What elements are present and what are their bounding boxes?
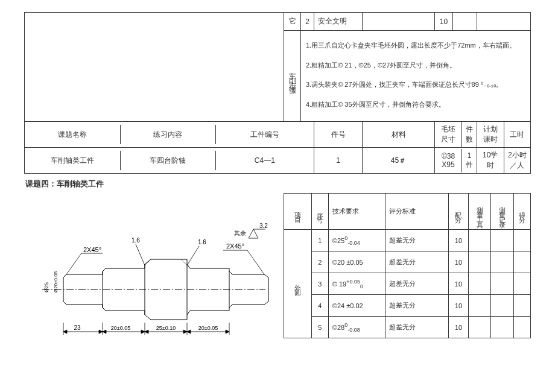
hdr-rec: 测量记录 xyxy=(491,194,514,230)
dia-l2: Ø20±0.05 xyxy=(53,271,59,293)
v-partno: C4—1 xyxy=(215,151,314,170)
r1-seq: 1 xyxy=(311,230,328,251)
req-row-3: 3 © 19+0.050 超差无分 10 xyxy=(284,273,531,295)
r3-std: 超差无分 xyxy=(385,273,448,295)
r4-score: 10 xyxy=(449,295,469,317)
fillet2-label: 1.6 xyxy=(198,239,206,245)
hdr-tool: 测量工具 xyxy=(468,194,491,230)
col-std xyxy=(363,13,435,31)
v-item: 1 xyxy=(314,148,363,174)
ra-value: 3.2 xyxy=(259,223,268,229)
hdr-score: 配分 xyxy=(449,194,469,230)
col-seq: 2 xyxy=(301,13,314,31)
col-req: 安全文明 xyxy=(314,13,363,31)
col-tool xyxy=(453,13,477,31)
h-work: 工时 xyxy=(504,122,530,147)
v-plan: 10学时 xyxy=(477,148,504,173)
col-rec xyxy=(477,13,531,31)
hdr-proj: 项目 xyxy=(284,194,312,230)
v-qty: 1件 xyxy=(462,149,477,172)
r3-seq: 3 xyxy=(311,273,328,295)
dim-b2: 20±0.05 xyxy=(111,325,130,331)
h-practice: 练习内容 xyxy=(120,125,215,144)
svg-line-13 xyxy=(136,244,145,265)
req-row-2: 2 ©20 ±0.05 超差无分 10 xyxy=(284,251,531,273)
hdr-seq: 序号 xyxy=(311,194,328,230)
h-topic: 课题名称 xyxy=(25,125,120,144)
r5-score: 10 xyxy=(449,317,469,338)
h-partno: 工件编号 xyxy=(215,125,314,144)
step-3: 3.调头装夹© 27外圆处，找正夹牢，车端面保证总长尺寸89 ⁰₋₀.₁₀。 xyxy=(306,76,525,93)
dia-left: Ø25 xyxy=(43,282,49,292)
req-row-5: 5 ©280-0.08 超差无分 10 xyxy=(284,317,531,338)
r1-tool xyxy=(468,230,491,251)
hdr-tech: 技术要求 xyxy=(328,194,385,230)
group-outer-circle: 外圆 xyxy=(284,230,312,338)
h-plan: 计划课时 xyxy=(477,122,504,147)
req-row-1: 外圆 1 ©250-0.04 超差无分 10 xyxy=(284,230,531,251)
fillet1-label: 1.6 xyxy=(132,237,140,244)
hdr-std: 评分标准 xyxy=(385,194,448,230)
v-work: 2小时／人 xyxy=(504,148,530,173)
chamfer-left-label: 2X45° xyxy=(83,246,101,253)
h-blank: 毛坯尺寸 xyxy=(435,122,462,147)
step-1: 1.用三爪自定心卡盘夹牢毛坯外圆，露出长度不少于72mm，车右端面。 xyxy=(306,37,525,54)
svg-line-7 xyxy=(145,259,151,265)
r4-tech: ©24 ±0.02 xyxy=(328,295,385,317)
r5-seq: 5 xyxy=(311,317,328,338)
r4-seq: 4 xyxy=(311,295,328,317)
col-score: 10 xyxy=(435,13,453,31)
v-practice: 车四台阶轴 xyxy=(120,151,215,170)
technical-drawing: 2X45° 2X45° 1.6 1.6 3.2 其余 23 20±0.05 25… xyxy=(24,193,284,338)
r3-score: 10 xyxy=(449,273,469,295)
h-item: 件号 xyxy=(314,122,363,148)
requirements-table: 项目 序号 技术要求 评分标准 配分 测量工具 测量记录 得分 外圆 1 ©25… xyxy=(284,193,531,338)
r3-tech: © 19+0.050 xyxy=(328,273,385,295)
r1-rec xyxy=(491,230,514,251)
top-table: 它 2 安全文明 10 车削步骤 1.用三爪自定心卡盘夹牢毛坯外圆，露出长度不少… xyxy=(24,12,531,174)
v-blank: ©38 X95 xyxy=(435,149,462,172)
steps-label: 车削步骤 xyxy=(284,31,301,122)
ra-label: 其余 xyxy=(234,230,246,236)
svg-line-9 xyxy=(66,253,81,274)
r2-score: 10 xyxy=(449,251,469,273)
r2-seq: 2 xyxy=(311,251,328,273)
v-material: 45＃ xyxy=(363,148,435,174)
r1-got xyxy=(513,230,530,251)
step-4: 4.粗精加工© 35外圆至尺寸，并倒角符合要求。 xyxy=(306,96,525,113)
dim-b1: 23 xyxy=(74,324,81,331)
col-ta: 它 xyxy=(284,13,301,31)
h-material: 材料 xyxy=(363,122,435,148)
r1-score: 10 xyxy=(449,230,469,251)
steps-cell: 1.用三爪自定心卡盘夹牢毛坯外圆，露出长度不少于72mm，车右端面。 2.粗精加… xyxy=(301,31,531,122)
dim-b3: 25±0.10 xyxy=(156,325,176,331)
svg-line-14 xyxy=(187,246,199,265)
h-qty: 件数 xyxy=(462,122,477,147)
req-row-4: 4 ©24 ±0.02 超差无分 10 xyxy=(284,295,531,317)
section-title: 课题四：车削轴类工件 xyxy=(25,179,531,189)
top-blank-cell xyxy=(25,13,284,122)
svg-line-8 xyxy=(181,259,187,265)
hdr-got: 得分 xyxy=(513,194,530,230)
r2-std: 超差无分 xyxy=(385,251,448,273)
step-2: 2.粗精加工© 21，©25，©27外圆至尺寸，并倒角。 xyxy=(306,57,525,74)
r5-tech: ©280-0.08 xyxy=(328,317,385,338)
r1-tech: ©250-0.04 xyxy=(328,230,385,251)
svg-line-11 xyxy=(247,250,264,274)
r4-std: 超差无分 xyxy=(385,295,448,317)
r1-std: 超差无分 xyxy=(385,230,448,251)
r5-std: 超差无分 xyxy=(385,317,448,338)
r2-tech: ©20 ±0.05 xyxy=(328,251,385,273)
chamfer-right-label: 2X45° xyxy=(226,242,244,250)
dim-b4: 20±0.05 xyxy=(198,325,218,331)
v-topic: 车削轴类工件 xyxy=(25,151,120,170)
